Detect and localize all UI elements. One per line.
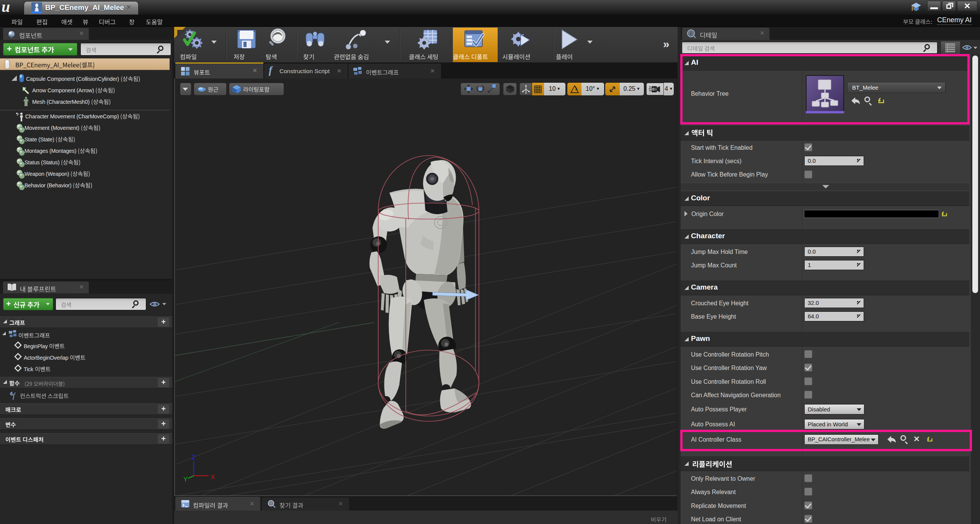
svg-text:i: i [690,31,692,36]
svg-text:f: f [13,391,16,400]
svg-text:Z: Z [191,454,195,461]
svg-text:Y: Y [183,476,188,483]
svg-text:X: X [211,473,215,481]
